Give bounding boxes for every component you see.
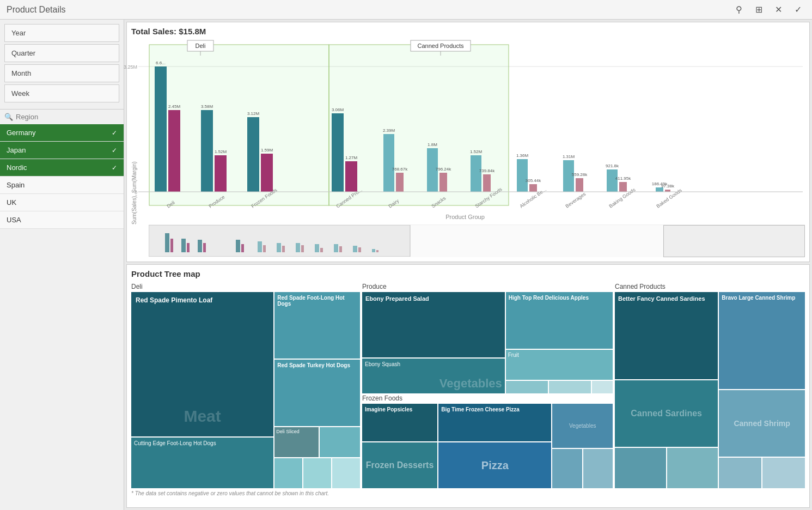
tm-frz-t1[interactable] (552, 449, 582, 489)
svg-rect-67 (149, 225, 410, 257)
bar-deli-margin[interactable] (168, 110, 180, 192)
svg-text:739.84k: 739.84k (479, 168, 495, 173)
bar-alc-margin[interactable] (529, 184, 537, 192)
tm-tiny3[interactable] (303, 458, 331, 488)
bar-alc-sales[interactable] (517, 159, 528, 192)
close-button[interactable]: ✕ (771, 2, 786, 17)
filter-item-year[interactable]: Year (4, 24, 119, 42)
svg-text:Beverages: Beverages (564, 191, 587, 209)
tm-pro-t3[interactable] (592, 381, 613, 393)
region-item-uk[interactable]: UK (0, 194, 124, 211)
region-item-nordic[interactable]: Nordic✓ (0, 159, 124, 177)
bar-deli-sales[interactable] (155, 66, 167, 192)
deli-label: Deli (131, 283, 360, 290)
tm-apples[interactable]: High Top Red Delicious Apples (506, 292, 613, 349)
frozen-label: Frozen Foods (362, 394, 613, 402)
bar-frozen-margin[interactable] (261, 154, 273, 192)
tm-turkey[interactable]: Red Spade Turkey Hot Dogs (274, 360, 360, 426)
svg-text:1.36M: 1.36M (516, 153, 529, 158)
bar-baked-margin[interactable] (665, 190, 670, 192)
checkmark-icon: ✓ (112, 147, 117, 154)
tm-pro-t1[interactable] (506, 381, 548, 393)
svg-text:3.12M: 3.12M (247, 111, 260, 116)
chart-title: Total Sales: $15.8M (131, 27, 805, 36)
svg-text:1.8M: 1.8M (428, 142, 437, 147)
tm-salad[interactable]: Ebony Prepared Salad (362, 292, 505, 357)
svg-text:3.06M: 3.06M (332, 107, 344, 112)
chart-panel: Total Sales: $15.8M Sum(Sales), Sum(Marg… (126, 22, 810, 262)
filter-item-quarter[interactable]: Quarter (4, 44, 119, 62)
svg-text:1.59M: 1.59M (261, 148, 273, 153)
confirm-button[interactable]: ✓ (790, 2, 805, 17)
filter-item-week[interactable]: Week (4, 84, 119, 102)
bar-snacks-margin[interactable] (439, 173, 447, 192)
bar-bev-margin[interactable] (576, 178, 583, 192)
bar-canned-sales[interactable] (332, 113, 344, 192)
tm-tiny2[interactable] (274, 458, 302, 488)
treemap-body-new: Deli Red Spade Pimento Loaf Meat Cutting… (131, 283, 805, 488)
checkmark-icon: ✓ (112, 129, 117, 137)
bar-starchy-sales[interactable] (471, 155, 481, 192)
tm-pro-t2[interactable] (549, 381, 591, 393)
bar-starchy-margin[interactable] (483, 174, 491, 192)
tm-can-t3[interactable] (719, 458, 761, 488)
region-item-usa[interactable]: USA (0, 211, 124, 229)
region-label: Japan (7, 146, 26, 154)
region-list: Germany✓Japan✓Nordic✓SpainUKUSA (0, 124, 124, 510)
region-label: Nordic (7, 163, 27, 172)
sidebar: YearQuarterMonthWeek 🔍 Germany✓Japan✓Nor… (0, 20, 124, 510)
tm-cutting[interactable]: Cutting Edge Foot-Long Hot Dogs (131, 438, 273, 488)
toolbar-icons: ⚲ ⊞ ✕ ✓ (731, 2, 805, 17)
tm-popsicles[interactable]: Imagine Popsicles (362, 404, 437, 441)
tm-can-t2[interactable] (667, 448, 718, 488)
filter-item-month[interactable]: Month (4, 64, 119, 82)
tm-footlong[interactable]: Red Spade Foot-Long Hot Dogs (274, 292, 360, 359)
bar-canned-margin[interactable] (345, 161, 357, 192)
bar-produce-sales[interactable] (201, 110, 213, 192)
svg-text:Product Group: Product Group (445, 214, 485, 220)
region-item-japan[interactable]: Japan✓ (0, 142, 124, 159)
bar-produce-margin[interactable] (215, 155, 227, 192)
svg-text:Canned Products: Canned Products (418, 42, 464, 49)
tm-sliced[interactable]: Deli Sliced (274, 427, 318, 457)
chart-content: Sum(Sales), Sum(Margin) 3.25M 0 Deli (131, 39, 805, 224)
tm-sardines-better[interactable]: Better Fancy Canned Sardines (615, 292, 718, 379)
tm-can-t4[interactable] (762, 458, 805, 488)
tm-fruit[interactable]: Fruit (506, 350, 613, 380)
deli-inner: Red Spade Pimento Loaf Meat Cutting Edge… (131, 292, 360, 488)
svg-text:2.45M: 2.45M (168, 104, 181, 109)
svg-text:559.28k: 559.28k (572, 172, 588, 177)
produce-label: Produce (362, 283, 387, 290)
canned-label: Canned Products (615, 283, 805, 290)
tm-vegetables[interactable]: Vegetables (552, 404, 613, 448)
tm-frozen-desserts[interactable]: Frozen Desserts (362, 442, 437, 488)
grid-button[interactable]: ⊞ (751, 2, 766, 17)
search-icon: 🔍 (4, 113, 13, 121)
filter-list: YearQuarterMonthWeek (0, 20, 124, 109)
bar-dairy-sales[interactable] (383, 134, 394, 192)
region-label: UK (7, 198, 16, 207)
bar-baking-margin[interactable] (619, 182, 627, 192)
svg-text:97.38k: 97.38k (661, 184, 675, 189)
produce-grid: Ebony Prepared Salad Ebony Squash Vegeta… (362, 292, 613, 393)
tm-canned-sardines-wm[interactable]: Canned Sardines (615, 380, 718, 446)
tm-pimento[interactable]: Red Spade Pimento Loaf Meat (131, 292, 273, 436)
bar-dairy-margin[interactable] (396, 173, 404, 192)
chart-scrollbar[interactable] (149, 224, 805, 257)
tm-frz-t2[interactable] (583, 449, 613, 489)
scroll-thumb[interactable] (663, 225, 805, 257)
svg-text:1.27M: 1.27M (345, 155, 358, 160)
tm-pizza[interactable]: Pizza (438, 442, 551, 488)
tm-shrimp-bravo[interactable]: Bravo Large Canned Shrimp (719, 292, 805, 389)
region-item-spain[interactable]: Spain (0, 177, 124, 194)
tm-squash[interactable]: Ebony Squash Vegetables (362, 359, 505, 393)
tm-canned-shrimp-wm[interactable]: Canned Shrimp (719, 390, 805, 457)
bar-frozen-sales[interactable] (247, 117, 259, 192)
tm-tiny1[interactable] (320, 427, 360, 457)
region-search-input[interactable] (16, 113, 119, 121)
search-button[interactable]: ⚲ (731, 2, 747, 17)
tm-tiny4[interactable] (332, 458, 360, 488)
tm-pizza-name[interactable]: Big Time Frozen Cheese Pizza (438, 404, 551, 441)
region-item-germany[interactable]: Germany✓ (0, 124, 124, 142)
tm-can-t1[interactable] (615, 448, 666, 488)
